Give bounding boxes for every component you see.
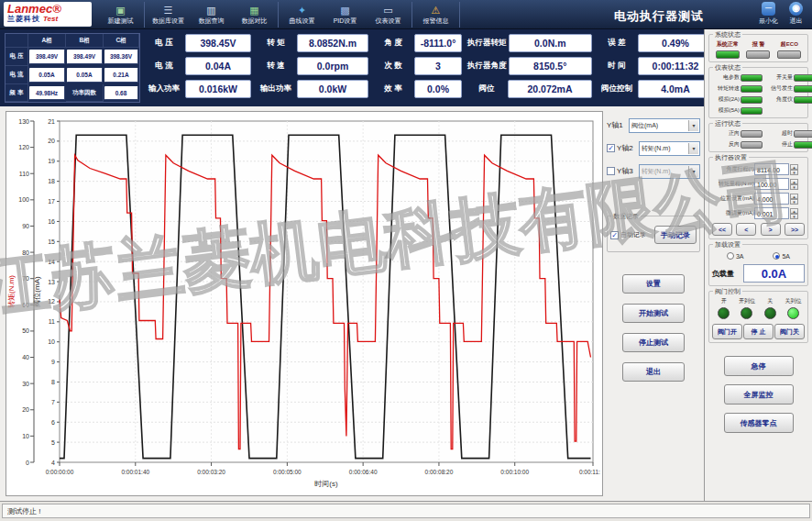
fine-tune-stepper[interactable]: ▴▾ (790, 208, 798, 219)
torque-speed-led (741, 85, 763, 93)
new-test-button[interactable]: ▣ 新建测试 (99, 2, 142, 28)
step-forward-button[interactable]: > (761, 223, 781, 236)
alarm-led (746, 50, 770, 59)
logo-test: Test (43, 15, 58, 23)
toolbar: ▣ 新建测试 ☰ 数据库设置 ▥ 数据查询 ▦ 数据对比 (97, 0, 460, 29)
y-axis-2-checkbox[interactable]: ✓ (607, 144, 615, 152)
angle-travel-stepper[interactable]: ▴▾ (790, 164, 798, 175)
svg-text:10: 10 (48, 338, 55, 345)
frequency-value: 49.98Hz (29, 86, 65, 100)
torque-range-input[interactable]: 100.00 (754, 178, 789, 190)
svg-text:19: 19 (48, 158, 55, 164)
status-message: 测试停止 ! (2, 504, 810, 518)
load-amount-row: 负载量 0.0A (712, 264, 805, 283)
freq-row-label: 频 率 (5, 84, 28, 102)
power-params-led (741, 74, 763, 82)
data-record-group: 数据记录 ✓ 自动记录 手动记录 (607, 216, 700, 252)
emergency-stop-button[interactable]: 急停 (724, 356, 794, 376)
exit-test-button[interactable]: 退出 (622, 362, 685, 382)
toolbar-group-alarm: ⚠ 报警信息 (412, 2, 460, 28)
svg-text:4: 4 (51, 460, 55, 466)
analog-5a-led (741, 107, 763, 115)
manual-record-button[interactable]: 手动记录 (654, 226, 697, 244)
field-error: 误 差0.49% (598, 34, 713, 52)
auto-record-checkbox[interactable]: ✓ (610, 231, 619, 239)
fast-backward-button[interactable]: << (712, 223, 732, 236)
auto-record-row: ✓ 自动记录 (610, 230, 646, 239)
svg-text:50: 50 (22, 327, 29, 334)
curve-settings-button[interactable]: ✦ 曲线设置 (280, 2, 324, 28)
start-test-button[interactable]: 开始测试 (622, 304, 685, 323)
svg-text:8: 8 (51, 379, 55, 385)
svg-text:110: 110 (19, 171, 29, 177)
field-torque: 转 矩8.0852N.m (257, 34, 368, 52)
sensor-zero-button[interactable]: 传感器零点 (724, 413, 794, 433)
valve-open-limit-indicator: 开到位 (735, 297, 758, 319)
torque-range-stepper[interactable]: ▴▾ (790, 179, 798, 190)
database-settings-icon: ☰ (164, 5, 173, 16)
stop-test-button[interactable]: 停止测试 (622, 333, 685, 352)
waveform-chart: 0102030405060708090100110120130转矩(N.m)45… (6, 112, 600, 493)
phase-table: A相 B相 C相 电 压 398.49V 398.49V 398.36V 电 流… (5, 33, 140, 103)
load-3a-radio[interactable]: 3A (727, 252, 744, 260)
database-settings-button[interactable]: ☰ 数据库设置 (147, 2, 190, 28)
new-test-icon: ▣ (115, 5, 125, 16)
logo-cn: 兰菱科技 (7, 15, 40, 23)
y-axis-2-select[interactable]: 转矩(N.m)▾ (639, 141, 700, 156)
svg-text:12: 12 (48, 298, 55, 305)
chart-buttons: 设置 开始测试 停止测试 退出 (607, 274, 700, 382)
svg-text:17: 17 (48, 198, 55, 205)
pid-settings-button[interactable]: ▩ PID设置 (324, 2, 367, 28)
exit-button[interactable]: ◉ 退出 (789, 2, 803, 26)
valve-stop-button[interactable]: 停 止 (743, 324, 774, 339)
valve-open-button[interactable]: 阀门开 (712, 324, 742, 339)
position-set-stepper[interactable]: ▴▾ (790, 194, 798, 205)
actuator-settings-group: 执行器设置 角度行程(°) 8114.00 ▴▾ 转矩量程(N.m) 100.0… (708, 157, 808, 239)
step-backward-button[interactable]: < (736, 223, 756, 236)
svg-text:20: 20 (48, 138, 55, 144)
switch-io-led (794, 74, 812, 82)
valve-close-led (764, 307, 776, 319)
field-voltage: 电 压398.45V (145, 34, 251, 52)
fine-tune-input[interactable]: 0.001 (754, 207, 789, 219)
svg-text:0:00:11:43: 0:00:11:43 (579, 469, 600, 475)
instrument-status-group: 仪表状态 电参数 开关量 转矩转速 信号发生 模拟(2A) 角度仪 模拟(5A) (708, 67, 808, 118)
main-area: 0102030405060708090100110120130转矩(N.m)45… (0, 106, 704, 501)
position-set-input[interactable]: 4.000 (754, 193, 789, 205)
angle-travel-input[interactable]: 8114.00 (754, 163, 789, 175)
y-axis-3-checkbox[interactable] (607, 167, 615, 175)
phase-a-voltage: 398.49V (29, 50, 65, 64)
power-factor-label: 功率因数 (66, 84, 104, 102)
valve-close-limit-led (787, 307, 799, 319)
y-axis-3-select[interactable]: 转矩(N.m)▾ (639, 164, 700, 179)
system-normal-led (716, 50, 740, 59)
fullscreen-monitor-button[interactable]: 全屏监控 (724, 384, 794, 405)
alarm-info-button[interactable]: ⚠ 报警信息 (414, 2, 457, 28)
current-row-label: 电 流 (5, 66, 28, 84)
phase-c-current: 0.21A (104, 68, 138, 83)
svg-text:130: 130 (18, 118, 29, 125)
meter-settings-button[interactable]: ▭ 仪表设置 (367, 2, 410, 28)
data-query-icon: ▥ (206, 5, 215, 16)
valve-open-indicator: 开 (712, 297, 735, 319)
alarm-info-icon: ⚠ (432, 5, 441, 16)
svg-text:16: 16 (48, 218, 55, 225)
radio-selected-icon (773, 252, 780, 260)
load-5a-radio[interactable]: 5A (773, 252, 790, 260)
field-angle: 角 度-8111.0° (374, 34, 462, 52)
data-query-button[interactable]: ▥ 数据查询 (190, 2, 233, 28)
logo-name: Lanmec® (7, 3, 88, 15)
svg-text:20: 20 (22, 406, 29, 413)
analog-2a-led (741, 96, 763, 104)
settings-button[interactable]: 设置 (622, 274, 685, 294)
minimize-button[interactable]: ─ 最小化 (759, 2, 778, 26)
valve-close-button[interactable]: 阀门关 (774, 324, 805, 339)
titlebar: Lanmec® 兰菱科技Test ▣ 新建测试 ☰ 数据库设置 ▥ 数据查询 (0, 0, 812, 29)
field-actuator-angle: 执行器角度8150.5° (467, 57, 592, 75)
field-speed: 转 速0.0rpm (257, 57, 368, 75)
y-axis-1-select[interactable]: 阀位(mA)▾ (629, 118, 700, 133)
fast-forward-button[interactable]: >> (785, 223, 805, 236)
svg-text:0:00:10:00: 0:00:10:00 (500, 469, 529, 475)
data-compare-button[interactable]: ▦ 数据对比 (233, 2, 276, 28)
signal-gen-led (794, 85, 812, 93)
